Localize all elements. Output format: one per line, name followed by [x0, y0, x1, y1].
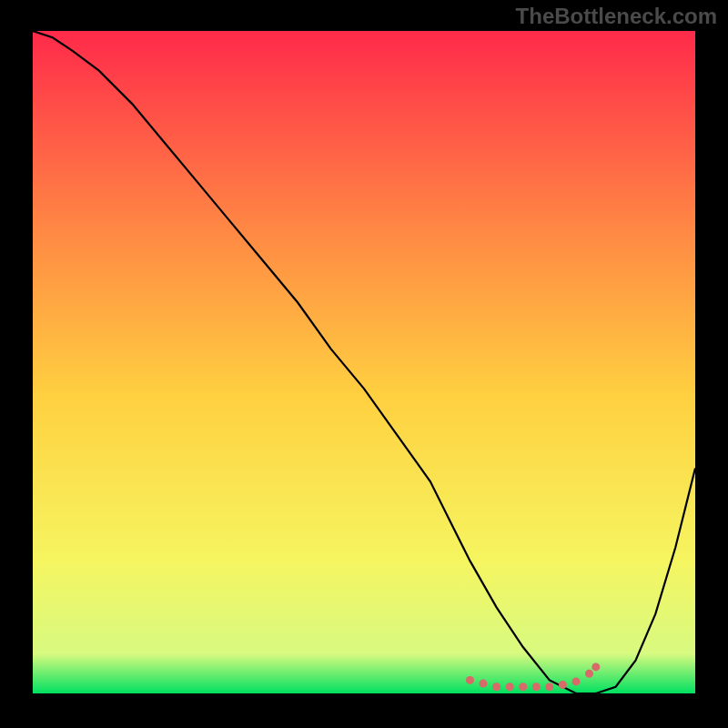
- watermark-text: TheBottleneck.com: [516, 4, 717, 29]
- baseline-dot: [572, 677, 581, 685]
- baseline-dot: [519, 682, 527, 691]
- gradient-background: [33, 31, 695, 693]
- baseline-dot: [480, 680, 488, 688]
- baseline-dot: [592, 662, 600, 671]
- baseline-dot: [559, 681, 567, 689]
- baseline-dot: [466, 676, 474, 684]
- chart-plot-area: [33, 31, 695, 693]
- baseline-dot: [532, 682, 541, 691]
- baseline-dot: [585, 670, 593, 678]
- baseline-dot: [545, 682, 553, 691]
- chart-svg: [33, 31, 695, 693]
- baseline-dot: [506, 682, 514, 691]
- baseline-dot: [492, 682, 500, 691]
